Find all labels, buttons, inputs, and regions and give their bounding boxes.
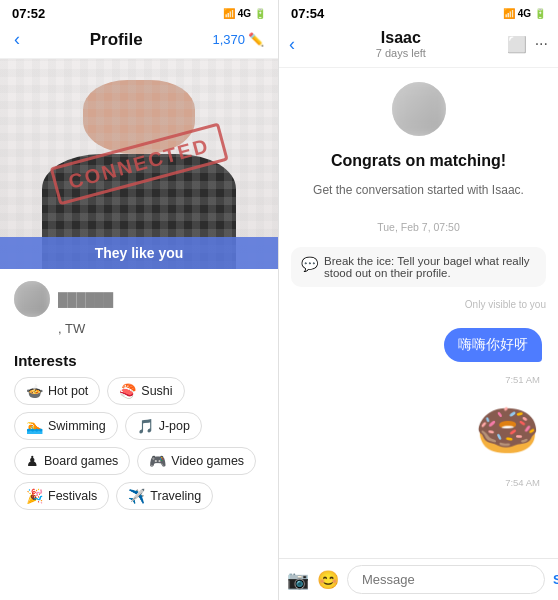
match-avatar-blur [392,82,446,136]
jpop-icon: 🎵 [137,418,154,434]
right-panel: 07:54 📶 4G 🔋 ‹ Isaac 7 days left ⬜ ··· C… [279,0,558,600]
chat-partner-sub: 7 days left [301,47,501,59]
interests-section: Interests 🍲 Hot pot 🍣 Sushi 🏊 Swimming 🎵… [0,342,278,510]
congrats-sub: Get the conversation started with Isaac. [291,183,546,197]
chip-traveling-label: Traveling [150,489,201,503]
profile-location: , TW [58,321,264,336]
signal-icon-left: 📶 [223,8,235,19]
hotpot-icon: 🍲 [26,383,43,399]
back-button-right[interactable]: ‹ [289,34,295,55]
more-options-icon[interactable]: ··· [535,35,548,53]
boardgames-icon: ♟ [26,453,39,469]
battery-icon-left: 🔋 [254,8,266,19]
date-label: Tue, Feb 7, 07:50 [291,221,546,233]
chip-traveling[interactable]: ✈️ Traveling [116,482,213,510]
chip-festivals[interactable]: 🎉 Festivals [14,482,109,510]
message-bubble-1: 嗨嗨你好呀 [444,328,542,362]
network-left: 4G [238,8,251,19]
videogames-icon: 🎮 [149,453,166,469]
left-header: ‹ Profile 1,370 ✏️ [0,25,278,59]
badge-area[interactable]: 1,370 ✏️ [212,32,264,47]
edit-icon: ✏️ [248,32,264,47]
avatar-small [14,281,50,317]
chip-hotpot[interactable]: 🍲 Hot pot [14,377,100,405]
status-icons-left: 📶 4G 🔋 [223,8,266,19]
network-right: 4G [518,8,531,19]
chip-boardgames-label: Board games [44,454,118,468]
battery-icon-right: 🔋 [534,8,546,19]
chip-videogames-label: Video games [171,454,244,468]
status-bar-left: 07:52 📶 4G 🔋 [0,0,278,25]
left-panel: 07:52 📶 4G 🔋 ‹ Profile 1,370 ✏️ CONNECTE… [0,0,279,600]
match-avatar [392,82,446,136]
donut-sticker: 🍩 [472,395,542,465]
only-visible-label: Only visible to you [291,299,546,310]
chat-body: Congrats on matching! Get the conversati… [279,68,558,558]
break-ice-box: 💬 Break the ice: Tell your bagel what re… [291,247,546,287]
right-header-actions: ⬜ ··· [507,35,548,54]
badge-count: 1,370 [212,32,245,47]
time-right: 07:54 [291,6,324,21]
avatar-blur [14,281,50,317]
signal-icon-right: 📶 [503,8,515,19]
right-header-info: Isaac 7 days left [301,29,501,59]
swimming-icon: 🏊 [26,418,43,434]
status-icons-right: 📶 4G 🔋 [503,8,546,19]
profile-name-row: ██████ [14,281,264,317]
congrats-title: Congrats on matching! [291,152,546,170]
chat-partner-name: Isaac [301,29,501,47]
festivals-icon: 🎉 [26,488,43,504]
profile-title: Profile [90,30,143,50]
chip-jpop-label: J-pop [159,419,190,433]
status-bar-right: 07:54 📶 4G 🔋 [279,0,558,25]
interests-grid: 🍲 Hot pot 🍣 Sushi 🏊 Swimming 🎵 J-pop ♟ B… [14,377,264,510]
interests-title: Interests [14,352,264,369]
right-header: ‹ Isaac 7 days left ⬜ ··· [279,25,558,68]
sticker-container: 🍩 [472,395,542,465]
message-time-2: 7:54 AM [291,477,540,488]
traveling-icon: ✈️ [128,488,145,504]
chip-hotpot-label: Hot pot [48,384,88,398]
break-ice-text: Break the ice: Tell your bagel what real… [324,255,536,279]
profile-info: ██████ , TW [0,269,278,342]
time-left: 07:52 [12,6,45,21]
sticker-input-icon[interactable]: 😊 [317,569,339,591]
chip-swimming[interactable]: 🏊 Swimming [14,412,118,440]
chip-sushi[interactable]: 🍣 Sushi [107,377,184,405]
back-button-left[interactable]: ‹ [14,29,20,50]
chip-swimming-label: Swimming [48,419,106,433]
chip-jpop[interactable]: 🎵 J-pop [125,412,202,440]
chip-sushi-label: Sushi [141,384,172,398]
sushi-icon: 🍣 [119,383,136,399]
video-icon[interactable]: ⬜ [507,35,527,54]
chip-videogames[interactable]: 🎮 Video games [137,447,256,475]
profile-name-blurred: ██████ [58,292,113,307]
chip-boardgames[interactable]: ♟ Board games [14,447,130,475]
break-ice-icon: 💬 [301,256,318,272]
chip-festivals-label: Festivals [48,489,97,503]
message-input[interactable] [347,565,545,594]
message-time-1: 7:51 AM [291,374,540,385]
chat-input-bar: 📷 😊 Send [279,558,558,600]
send-button[interactable]: Send [553,572,558,587]
profile-photo: CONNECTED They like you [0,59,278,269]
they-like-you-label: They like you [0,237,278,269]
camera-icon[interactable]: 📷 [287,569,309,591]
